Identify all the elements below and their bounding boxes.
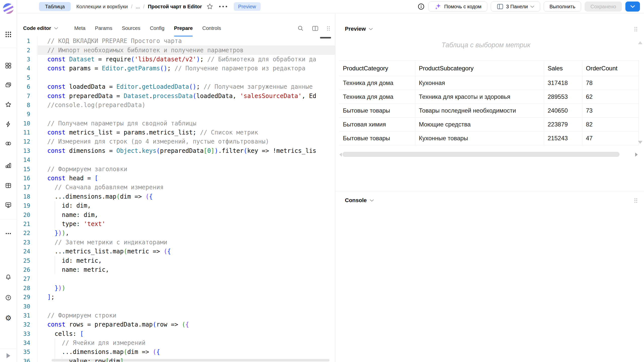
line-number: 29: [17, 294, 30, 300]
scroll-up-arrow[interactable]: [638, 41, 642, 44]
code-line[interactable]: 1// КОД ВКЛАДКИ PREPARE Простого чарта: [17, 36, 335, 46]
code-line[interactable]: 21 type: 'text': [17, 219, 335, 229]
table-header-cell[interactable]: OrderCount: [582, 61, 639, 76]
favorites-star-icon[interactable]: [5, 101, 12, 108]
breadcrumb-item[interactable]: Простой чарт в Editor: [148, 4, 202, 10]
chevron-down-icon: [530, 6, 534, 8]
code-line[interactable]: 4const params = Editor.getParams(); // П…: [17, 64, 335, 73]
scroll-down-arrow[interactable]: [638, 141, 642, 144]
code-line[interactable]: 31// Формируем строки: [17, 311, 335, 320]
line-number: 15: [17, 166, 30, 172]
code-line[interactable]: 8//console.log(preparedData): [17, 101, 335, 110]
more-icon[interactable]: [5, 230, 12, 237]
help-icon[interactable]: ?: [5, 294, 12, 301]
console-drag-handle-icon[interactable]: [634, 198, 638, 203]
charts-icon[interactable]: [5, 162, 12, 169]
table-cell: Кухонная: [415, 76, 544, 90]
drag-handle-icon[interactable]: [326, 26, 331, 31]
code-line[interactable]: 15// Формируем заголовки: [17, 164, 335, 173]
run-button[interactable]: Выполнить: [544, 2, 581, 12]
notifications-bell-icon[interactable]: [5, 274, 12, 281]
code-line[interactable]: 14: [17, 155, 335, 164]
code-line[interactable]: 16const head = [: [17, 174, 335, 183]
dashboards-icon[interactable]: [5, 182, 12, 189]
panels-dropdown-button[interactable]: 3 Панели: [491, 2, 540, 12]
code-line[interactable]: 24 ...metrics_list.map(metric => ({: [17, 247, 335, 256]
breadcrumb-item[interactable]: ...: [136, 4, 140, 10]
code-line[interactable]: 12// Измерения для строк (до 4 измерений…: [17, 137, 335, 146]
info-icon[interactable]: [417, 3, 425, 10]
preview-header-dropdown[interactable]: Preview: [345, 26, 373, 32]
line-number: 7: [17, 93, 30, 99]
code-line[interactable]: 19 id: dim,: [17, 201, 335, 210]
scrollbar-thumb[interactable]: [342, 152, 620, 157]
code-line[interactable]: 10// Получаем параметры для сводной табл…: [17, 119, 335, 128]
editor-tab-controls[interactable]: Controls: [202, 20, 221, 36]
code-line[interactable]: 28 })): [17, 284, 335, 293]
code-line[interactable]: 11const metrics_list = params.metrics_li…: [17, 128, 335, 137]
collections-icon[interactable]: [5, 81, 12, 89]
code-line[interactable]: 5: [17, 73, 335, 82]
line-number: 10: [17, 120, 30, 127]
code-line[interactable]: 22 })),: [17, 229, 335, 238]
settings-gear-icon[interactable]: ⚙: [5, 314, 12, 322]
code-line[interactable]: 29];: [17, 293, 335, 302]
code-line[interactable]: 27: [17, 274, 335, 283]
line-number: 14: [17, 157, 30, 163]
editor-tab-params[interactable]: Params: [95, 20, 112, 36]
code-line[interactable]: 13const dimensions = Object.keys(prepare…: [17, 146, 335, 155]
code-line[interactable]: 23 // Затем метрики с индикаторами: [17, 238, 335, 247]
favorite-star-button[interactable]: [206, 3, 214, 10]
code-line[interactable]: 3const Dataset = require('libs/dataset/v…: [17, 55, 335, 64]
code-line-content: ...metrics_list.map(metric => ({: [47, 248, 171, 255]
sidebar-divider: [0, 219, 17, 219]
code-line[interactable]: 32const rows = preparedData.map(row => (…: [17, 320, 335, 329]
code-line[interactable]: 20 name: dim,: [17, 210, 335, 219]
code-line[interactable]: 33 cells: [: [17, 329, 335, 338]
more-actions-button[interactable]: [219, 6, 227, 7]
navigation-icon[interactable]: [5, 62, 12, 69]
line-number: 36: [17, 358, 30, 362]
editor-tab-meta[interactable]: Meta: [74, 20, 85, 36]
editor-tab-prepare[interactable]: Prepare: [174, 20, 193, 36]
search-icon[interactable]: [297, 25, 304, 32]
code-line-content: // Получаем параметры для сводной таблиц…: [47, 120, 196, 127]
apps-grid-icon[interactable]: [5, 31, 12, 38]
code-line-content: const loadedData = Editor.getLoadedData(…: [47, 83, 313, 90]
assist-with-code-button[interactable]: Помочь с кодом: [428, 2, 487, 12]
code-editor-area[interactable]: 1// КОД ВКЛАДКИ PREPARE Простого чарта2/…: [17, 36, 335, 362]
editor-tab-config[interactable]: Config: [150, 20, 165, 36]
breadcrumb-item[interactable]: Коллекции и воркбуки: [76, 4, 128, 10]
code-line[interactable]: 17 // Сначала добавляем измерения: [17, 183, 335, 192]
datasets-icon[interactable]: [5, 140, 12, 147]
save-dropdown-button[interactable]: [625, 2, 640, 12]
code-line[interactable]: 18 ...dimensions.map(dim => ({: [17, 192, 335, 201]
entity-tab[interactable]: Таблица: [39, 2, 71, 11]
preview-badge[interactable]: Preview: [234, 2, 261, 11]
table-header-cell[interactable]: ProductCategory: [339, 61, 415, 76]
code-line[interactable]: 34 // Ячейки для измерений: [17, 338, 335, 347]
code-line[interactable]: 9: [17, 110, 335, 119]
editor-mode-dropdown[interactable]: Code editor: [23, 25, 58, 31]
table-header-cell[interactable]: Sales: [544, 61, 582, 76]
code-line[interactable]: 26 name: metric,: [17, 265, 335, 274]
code-line[interactable]: 30: [17, 302, 335, 311]
editor-tab-sources[interactable]: Sources: [122, 20, 140, 36]
preview-drag-handle-icon[interactable]: [634, 26, 638, 32]
datalens-logo-icon[interactable]: [3, 3, 14, 14]
table-header-cell[interactable]: ProductSubcategory: [415, 61, 544, 76]
table-header-row: ProductCategoryProductSubcategorySalesOr…: [339, 61, 639, 76]
code-line[interactable]: 25 id: metric,: [17, 256, 335, 265]
code-line[interactable]: 7const preparedData = Dataset.processDat…: [17, 91, 335, 100]
connections-icon[interactable]: [5, 120, 12, 128]
code-line[interactable]: 6const loadedData = Editor.getLoadedData…: [17, 82, 335, 91]
code-line[interactable]: 35 ...dimensions.map(dim => ({: [17, 347, 335, 356]
scroll-right-arrow[interactable]: [635, 153, 638, 157]
console-header-dropdown[interactable]: Console: [345, 197, 374, 204]
split-view-icon[interactable]: [312, 25, 319, 32]
table-row: Бытовые товарыТовары последней необходим…: [339, 104, 639, 118]
code-line[interactable]: 2// Импорт необходимых библиотек и получ…: [17, 46, 335, 55]
expand-sidebar-button[interactable]: [5, 352, 12, 359]
monitoring-icon[interactable]: [5, 201, 12, 209]
scroll-left-arrow[interactable]: [339, 153, 342, 157]
